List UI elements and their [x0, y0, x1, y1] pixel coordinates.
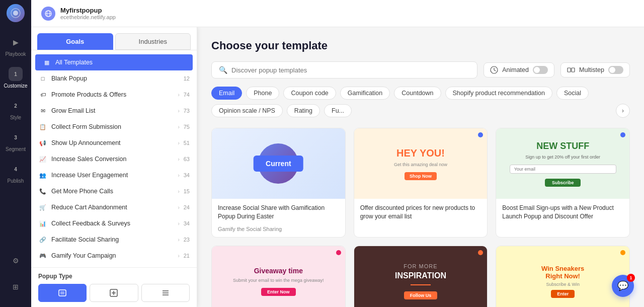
menu-item-label: Increase User Engagement — [51, 172, 174, 179]
multistep-toggle[interactable]: Multistep — [560, 62, 630, 78]
chevron-icon: › — [178, 205, 179, 210]
template-preview-social-share: Current — [212, 128, 345, 199]
template-preview-new-stuff: NEW STUFF Sign up to get 20% off your fi… — [496, 128, 629, 199]
inspiration-btn: Follow Us — [404, 291, 438, 299]
menu-item-user-engagement[interactable]: 👥 Increase User Engagement › 34 — [31, 167, 197, 183]
animated-icon — [490, 66, 498, 74]
filter-tag-opinion[interactable]: Opinion scale / NPS — [211, 104, 283, 117]
chat-bubble[interactable]: 💬 1 — [612, 275, 634, 297]
filter-tag-coupon[interactable]: Coupon code — [283, 87, 336, 100]
filter-tag-email[interactable]: Email — [211, 87, 242, 100]
inline-btn-icon — [161, 288, 170, 297]
menu-item-label: Collect Form Submission — [51, 123, 174, 130]
menu-item-label: Facilitate Social Sharing — [51, 236, 174, 243]
filter-tag-fun[interactable]: Fu... — [324, 104, 352, 117]
template-grid: Current Increase Social Share with Gamif… — [211, 128, 630, 307]
filter-tag-social[interactable]: Social — [556, 87, 589, 100]
style-icon: 2 — [9, 99, 23, 113]
menu-item-count: 51 — [184, 140, 190, 146]
search-input[interactable] — [231, 66, 470, 74]
animated-switch[interactable] — [533, 66, 548, 74]
menu-list: ▦ All Templates □ Blank Popup 12 🏷 Promo… — [31, 50, 197, 267]
menu-item-count: 63 — [184, 156, 190, 162]
sidebar-item-label: Style — [10, 115, 21, 120]
filter-tag-gamification[interactable]: Gamification — [340, 87, 390, 100]
menu-item-social-sharing[interactable]: 🔗 Facilitate Social Sharing › 23 — [31, 232, 197, 248]
playbook-icon: ▶ — [9, 35, 23, 49]
menu-item-collect-form[interactable]: 📋 Collect Form Submission › 75 — [31, 119, 197, 135]
giveaway-subtext: Submit your email to win the mega giveaw… — [225, 278, 332, 283]
menu-item-announcement[interactable]: 📢 Show Up Announcement › 51 — [31, 135, 197, 151]
menu-item-label: Collect Feedback & Surveys — [51, 220, 174, 227]
blank-popup-icon: □ — [38, 74, 47, 83]
animated-toggle[interactable]: Animated — [484, 62, 554, 78]
menu-item-shopify[interactable]: 🛍 Shopify › 34 — [31, 264, 197, 267]
left-panel: Goals Industries ▦ All Templates □ Blank… — [31, 27, 197, 307]
chevron-icon: › — [178, 92, 179, 98]
sidebar-item-settings[interactable]: ⚙ — [7, 249, 25, 273]
announcement-icon: 📢 — [38, 138, 47, 147]
page-title: Choose your template — [211, 39, 630, 52]
filter-tag-phone[interactable]: Phone — [246, 87, 279, 100]
chevron-icon: › — [178, 124, 179, 130]
sidebar-item-segment[interactable]: 3 Segment — [0, 125, 31, 157]
filter-tag-rating[interactable]: Rating — [287, 104, 320, 117]
search-input-wrap[interactable]: 🔍 — [211, 61, 477, 79]
sidebar-item-label: Customize — [4, 83, 27, 89]
right-panel: Choose your template 🔍 Animated — [197, 27, 644, 307]
all-templates-icon: ▦ — [42, 58, 51, 67]
template-card-inspiration[interactable]: FOR MORE INSPIRATION Follow Us Promote Y… — [354, 246, 488, 307]
tab-goals[interactable]: Goals — [37, 33, 113, 50]
menu-item-increase-sales[interactable]: 📈 Increase Sales Conversion › 63 — [31, 151, 197, 167]
tab-industries[interactable]: Industries — [115, 33, 191, 50]
menu-item-label: Get More Phone Calls — [51, 188, 174, 195]
new-stuff-text: NEW STUFF — [536, 141, 589, 151]
menu-item-phone-calls[interactable]: 📞 Get More Phone Calls › 15 — [31, 183, 197, 199]
multistep-switch[interactable] — [608, 66, 623, 74]
template-card-giveaway[interactable]: Giveaway time Submit your email to win t… — [211, 246, 346, 307]
popup-type-inline[interactable] — [141, 284, 190, 302]
template-card-sneakers[interactable]: Win SneakersRight Now! Subscribe & Win E… — [496, 246, 630, 307]
filter-tag-shopify-rec[interactable]: Shopify product recommendation — [445, 87, 552, 100]
hey-you-btn: Shop Now — [405, 172, 437, 180]
giveaway-text: Giveaway time — [254, 267, 303, 275]
current-badge: Current — [254, 156, 303, 172]
popup-type-popup[interactable] — [38, 284, 87, 302]
template-preview-inspiration: FOR MORE INSPIRATION Follow Us — [354, 246, 488, 307]
menu-item-label: Grow Email List — [51, 107, 174, 114]
chevron-icon: › — [178, 237, 179, 243]
template-card-hey-you[interactable]: HEY YOU! Get this amazing deal now Shop … — [354, 128, 488, 238]
template-card-social-share[interactable]: Current Increase Social Share with Gamif… — [211, 128, 346, 238]
sidebar-item-playbook[interactable]: ▶ Playbook — [0, 30, 31, 62]
menu-item-cart-abandonment[interactable]: 🛒 Reduce Cart Abandonment › 24 — [31, 199, 197, 215]
menu-item-feedback[interactable]: 📊 Collect Feedback & Surveys › 34 — [31, 215, 197, 232]
email-icon: ✉ — [38, 106, 47, 115]
menu-item-all-templates[interactable]: ▦ All Templates — [35, 54, 193, 70]
chevron-icon: › — [178, 173, 179, 178]
template-card-new-stuff[interactable]: NEW STUFF Sign up to get 20% off your fi… — [496, 128, 630, 238]
menu-item-label: Increase Sales Conversion — [51, 156, 174, 163]
sidebar-item-apps[interactable]: ⊞ — [7, 275, 25, 299]
menu-item-count: 23 — [184, 237, 190, 243]
menu-item-count: 21 — [184, 253, 190, 259]
active-dot — [620, 250, 625, 255]
menu-item-grow-email[interactable]: ✉ Grow Email List › 73 — [31, 103, 197, 119]
active-dot — [336, 250, 341, 255]
active-dot — [478, 250, 483, 255]
filter-nav-next[interactable]: › — [616, 104, 630, 118]
new-stuff-email[interactable] — [510, 165, 616, 174]
settings-icon: ⚙ — [9, 254, 23, 268]
menu-item-promote-products[interactable]: 🏷 Promote Products & Offers › 74 — [31, 87, 197, 103]
menu-item-count: 34 — [184, 172, 190, 178]
menu-item-blank-popup[interactable]: □ Blank Popup 12 — [31, 70, 197, 87]
menu-item-gamify[interactable]: 🎮 Gamify Your Campaign › 21 — [31, 248, 197, 264]
chat-badge: 1 — [627, 274, 635, 282]
sidebar-item-customize[interactable]: 1 Customize — [0, 62, 31, 94]
popup-type-sticky[interactable] — [90, 284, 138, 302]
site-url: ecethebride.netlify.app — [60, 14, 116, 20]
segment-icon: 3 — [9, 130, 23, 144]
sidebar-item-publish[interactable]: 4 Publish — [0, 157, 31, 189]
sidebar-item-style[interactable]: 2 Style — [0, 94, 31, 125]
filter-tag-countdown[interactable]: Countdown — [394, 87, 441, 100]
topbar: Myfirstpopup ecethebride.netlify.app — [31, 0, 644, 27]
